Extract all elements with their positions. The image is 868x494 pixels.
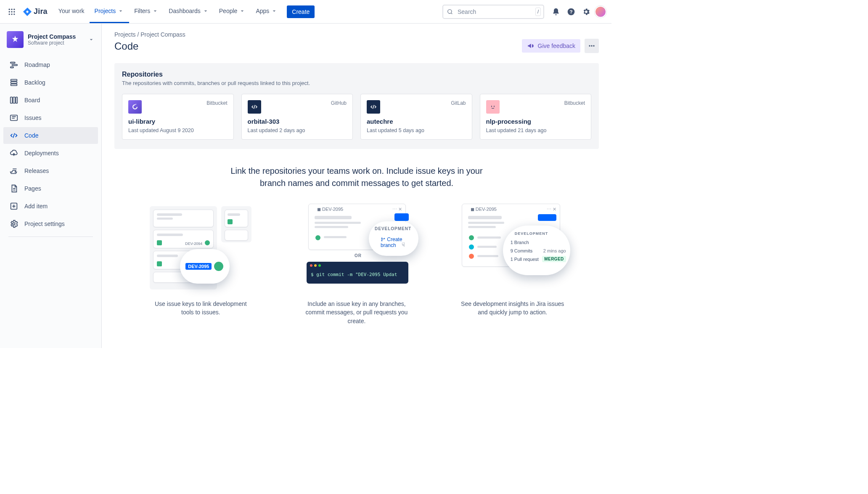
svg-rect-12 <box>11 62 15 64</box>
svg-rect-17 <box>11 84 17 86</box>
search-shortcut-key: / <box>535 8 541 16</box>
main: Projects / Project Compass Code Give fee… <box>102 24 611 348</box>
topbar: Jira Your work Projects Filters Dashboar… <box>0 0 611 24</box>
nav-people[interactable]: People <box>214 0 251 23</box>
illustration-issue-keys: DEV-2094 DEV-2095 <box>150 204 251 292</box>
svg-point-26 <box>593 45 594 46</box>
nav-apps[interactable]: Apps <box>251 0 283 23</box>
page-title: Code <box>114 40 522 52</box>
sidebar-item-label: Add item <box>24 203 48 210</box>
repo-source: GitHub <box>331 100 347 106</box>
repo-source: GitLab <box>451 100 466 106</box>
sidebar-item-board[interactable]: Board <box>3 92 98 109</box>
title-row: Code Give feedback <box>114 39 599 53</box>
backlog-icon <box>9 78 19 87</box>
sidebar-item-code[interactable]: Code <box>3 127 98 144</box>
chevron-down-icon <box>88 36 95 43</box>
breadcrumb-project[interactable]: Project Compass <box>140 31 185 38</box>
chevron-down-icon <box>152 8 159 14</box>
profile-avatar[interactable] <box>595 6 606 18</box>
code-icon <box>367 100 380 114</box>
svg-point-9 <box>448 9 452 13</box>
svg-rect-20 <box>16 97 18 104</box>
create-branch-link: Create branch <box>381 236 418 248</box>
project-icon <box>7 31 24 48</box>
app-switcher-icon[interactable] <box>5 5 19 19</box>
gear-icon <box>9 219 19 228</box>
onboard-grid: DEV-2094 DEV-2095 <box>131 204 582 325</box>
svg-point-7 <box>11 13 12 15</box>
board-icon <box>9 96 19 105</box>
repo-card[interactable]: GitHub orbital-303 Last updated 2 days a… <box>241 94 353 140</box>
chevron-down-icon <box>117 8 124 14</box>
project-name: Project Compass <box>28 33 84 40</box>
sidebar-item-pages[interactable]: Pages <box>3 180 98 197</box>
svg-point-24 <box>589 45 590 46</box>
sidebar-item-label: Roadmap <box>24 61 50 68</box>
nav-projects[interactable]: Projects <box>90 0 130 23</box>
face-icon <box>486 100 500 114</box>
svg-point-6 <box>9 13 10 15</box>
chevron-down-icon <box>271 8 278 14</box>
nav-your-work[interactable]: Your work <box>53 0 90 23</box>
sidebar-item-label: Deployments <box>24 150 59 157</box>
issue-key-label: ◼ DEV-2095 <box>317 207 343 212</box>
project-type: Software project <box>28 40 84 46</box>
onboard-col-insights: ◼ DEV-2095 ⋯ ✕ DEVELOPM <box>443 204 582 317</box>
onboard-caption: See development insights in Jira issues … <box>460 300 565 317</box>
logo[interactable]: Jira <box>20 7 50 16</box>
svg-point-2 <box>13 8 15 10</box>
more-button[interactable] <box>585 39 599 53</box>
onboard-caption: Include an issue key in any branches, co… <box>304 300 409 325</box>
repo-name: nlp-processing <box>486 118 585 125</box>
breadcrumb: Projects / Project Compass <box>114 31 599 38</box>
repo-updated: Last updated 21 days ago <box>486 127 585 133</box>
svg-point-30 <box>381 240 382 241</box>
breadcrumb-root[interactable]: Projects <box>114 31 136 38</box>
sidebar-item-label: Backlog <box>24 79 45 86</box>
sidebar-item-issues[interactable]: Issues <box>3 109 98 126</box>
svg-rect-16 <box>11 82 17 83</box>
sidebar-item-backlog[interactable]: Backlog <box>3 74 98 91</box>
svg-rect-18 <box>11 97 13 104</box>
search-input[interactable]: / <box>442 5 544 19</box>
repositories-title: Repositories <box>122 71 591 78</box>
repo-card[interactable]: GitLab autechre Last updated 5 days ago <box>360 94 472 140</box>
sidebar-item-label: Issues <box>24 114 41 121</box>
repo-card[interactable]: Bitbucket ui-library Last updated August… <box>122 94 234 140</box>
onboard-col-include-key: ◼ DEV-2095 ⋯ ✕ DEVELOPMENT Create <box>287 204 426 325</box>
help-icon[interactable]: ? <box>564 5 578 19</box>
notifications-icon[interactable] <box>549 5 563 19</box>
illustration-insights: ◼ DEV-2095 ⋯ ✕ DEVELOPM <box>462 204 564 292</box>
sidebar-item-roadmap[interactable]: Roadmap <box>3 56 98 73</box>
settings-icon[interactable] <box>580 5 593 19</box>
repo-name: autechre <box>367 118 466 125</box>
create-button[interactable]: Create <box>287 5 315 18</box>
repo-card[interactable]: Bitbucket nlp-processing Last updated 21… <box>480 94 592 140</box>
svg-point-8 <box>13 13 15 15</box>
sidebar-item-add-item[interactable]: Add item <box>3 198 98 215</box>
repo-updated: Last updated August 9 2020 <box>128 127 228 133</box>
sidebar-item-releases[interactable]: Releases <box>3 162 98 179</box>
project-switcher[interactable]: Project Compass Software project <box>3 31 98 55</box>
below: Project Compass Software project Roadmap… <box>0 24 611 348</box>
sidebar-item-deployments[interactable]: Deployments <box>3 145 98 162</box>
sidebar-item-label: Project settings <box>24 220 65 227</box>
chevron-down-icon <box>202 8 209 14</box>
repositories-grid: Bitbucket ui-library Last updated August… <box>122 94 591 140</box>
sidebar: Project Compass Software project Roadmap… <box>0 24 102 348</box>
repo-source: Bitbucket <box>206 100 227 106</box>
illustration-include-key: ◼ DEV-2095 ⋯ ✕ DEVELOPMENT Create <box>306 204 408 292</box>
svg-point-1 <box>11 8 12 10</box>
nav-filters[interactable]: Filters <box>129 0 164 23</box>
search-field[interactable] <box>457 8 532 16</box>
give-feedback-button[interactable]: Give feedback <box>522 39 581 53</box>
divider <box>8 236 93 237</box>
svg-point-23 <box>13 223 15 225</box>
svg-rect-13 <box>12 64 17 66</box>
onboard-caption: Use issue keys to link development tools… <box>148 300 253 317</box>
sidebar-item-project-settings[interactable]: Project settings <box>3 215 98 232</box>
chevron-down-icon <box>239 8 246 14</box>
nav-dashboards[interactable]: Dashboards <box>164 0 214 23</box>
svg-point-29 <box>381 238 382 239</box>
